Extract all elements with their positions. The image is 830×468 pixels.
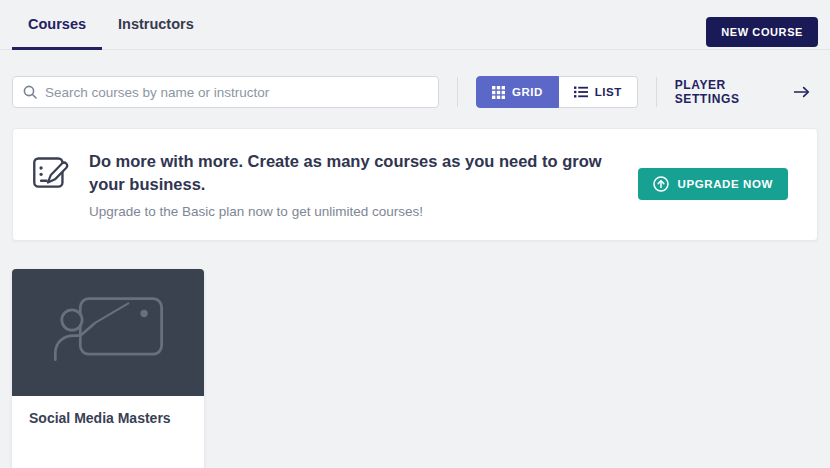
course-card-body: Social Media Masters	[12, 396, 204, 468]
banner-heading: Do more with more. Create as many course…	[89, 150, 609, 197]
circle-arrow-up-icon	[653, 176, 669, 192]
tab-courses[interactable]: Courses	[12, 0, 102, 50]
tab-instructors-label: Instructors	[118, 16, 194, 32]
grid-icon	[492, 86, 505, 99]
tab-bar: Courses Instructors NEW COURSE	[0, 0, 830, 50]
course-title: Social Media Masters	[29, 410, 187, 426]
course-thumbnail	[12, 269, 204, 396]
arrow-right-icon	[794, 86, 810, 98]
upgrade-now-button[interactable]: UPGRADE NOW	[638, 168, 788, 200]
toolbar: GRID LIST PLAYER SETTINGS	[12, 76, 818, 108]
toolbar-divider	[457, 77, 458, 107]
list-view-button[interactable]: LIST	[559, 76, 638, 108]
player-settings-link[interactable]: PLAYER SETTINGS	[675, 78, 810, 106]
view-mode-toggle: GRID LIST	[476, 76, 638, 108]
tab-courses-label: Courses	[28, 16, 86, 32]
grid-view-button[interactable]: GRID	[476, 76, 559, 108]
list-view-label: LIST	[595, 86, 622, 98]
presenter-board-icon	[47, 289, 169, 375]
note-pencil-icon	[32, 153, 72, 193]
player-settings-label: PLAYER SETTINGS	[675, 78, 786, 106]
search-input[interactable]	[45, 85, 428, 100]
course-grid: Social Media Masters	[12, 269, 818, 468]
upgrade-now-label: UPGRADE NOW	[678, 178, 773, 190]
grid-view-label: GRID	[512, 86, 543, 98]
tab-instructors[interactable]: Instructors	[102, 0, 210, 50]
banner-subtext: Upgrade to the Basic plan now to get unl…	[89, 204, 638, 219]
list-icon	[574, 86, 588, 98]
course-card[interactable]: Social Media Masters	[12, 269, 204, 468]
search-box[interactable]	[12, 76, 439, 108]
banner-text-block: Do more with more. Create as many course…	[89, 150, 638, 219]
search-icon	[23, 85, 37, 99]
new-course-button[interactable]: NEW COURSE	[706, 17, 818, 47]
upgrade-banner: Do more with more. Create as many course…	[12, 128, 818, 241]
toolbar-divider	[656, 77, 657, 107]
